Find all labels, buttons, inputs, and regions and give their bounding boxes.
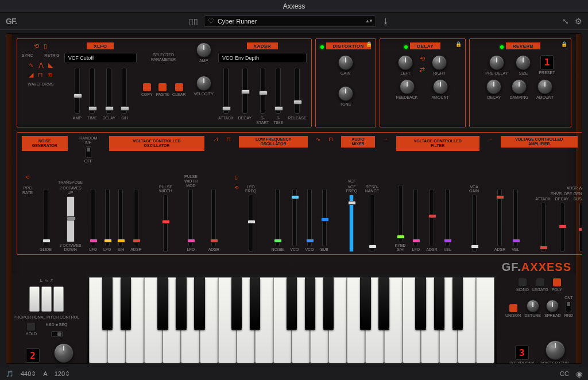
pwm-lfo-slider[interactable] [188, 189, 193, 246]
vcf-adsr-slider[interactable] [430, 189, 434, 246]
paste-button[interactable] [158, 83, 167, 91]
reverb-amount-knob[interactable] [537, 79, 552, 94]
black-key[interactable] [452, 277, 463, 329]
noise-wave-icon[interactable]: ≋ [48, 71, 53, 79]
xadsr-release-slider[interactable] [295, 68, 300, 114]
hold-button[interactable] [27, 323, 35, 331]
ppc-flat-button[interactable] [29, 286, 40, 312]
lfo-sync-icon[interactable]: ⟲ [234, 185, 239, 191]
black-key[interactable] [102, 277, 113, 329]
black-key[interactable] [415, 277, 425, 329]
midi-icon[interactable]: ◉ [576, 370, 582, 378]
reverb-damping-knob[interactable] [512, 79, 527, 94]
vcf-freq-slider[interactable] [349, 195, 354, 252]
prev-preset-icon[interactable]: ▯▯ [189, 17, 198, 26]
xlfo-sh-slider[interactable] [122, 68, 127, 114]
black-key[interactable] [360, 277, 370, 329]
poly-button[interactable] [553, 278, 561, 286]
vcf-lfo-slider[interactable] [413, 189, 418, 246]
tuning-fork-icon[interactable]: 🎵 [6, 370, 14, 378]
xadsr-amp-knob[interactable] [196, 42, 211, 57]
black-key[interactable] [194, 277, 204, 329]
vco-sh-slider[interactable] [118, 189, 123, 246]
preset-arrows-icon[interactable]: ▲▼ [365, 18, 372, 24]
glide-slider[interactable] [44, 189, 48, 246]
pwm-adsr-slider[interactable] [211, 189, 216, 246]
xlfo-amp-slider[interactable] [75, 68, 80, 114]
xadsr-display[interactable]: VCO Env Depth [218, 53, 307, 63]
black-key[interactable] [434, 277, 444, 329]
retrig-icon[interactable]: ▯ [44, 42, 47, 50]
xadsr-stime-slider[interactable] [276, 68, 281, 114]
xadsr-attack-slider[interactable] [223, 68, 229, 114]
tuning-value[interactable]: 440⇕ [21, 370, 36, 378]
black-key[interactable] [157, 277, 168, 329]
vco-adsr-slider[interactable] [134, 189, 138, 246]
clear-button[interactable] [175, 83, 183, 91]
vca-adsr-slider[interactable] [497, 189, 502, 246]
black-key[interactable] [250, 277, 260, 329]
ramp-wave-icon[interactable]: ◢ [29, 71, 33, 79]
preset-selector[interactable]: ♡ Cyber Runner ▲▼ [204, 15, 376, 27]
bend-range-display[interactable]: 2 [26, 348, 40, 363]
lock-icon[interactable]: 🔒 [366, 41, 372, 47]
midi-cc-label[interactable]: CC [560, 370, 569, 377]
delay-left-knob[interactable] [398, 55, 413, 70]
saw-wave-icon[interactable]: ◣ [48, 61, 53, 69]
collapse-icon[interactable]: ⤡ [562, 17, 569, 26]
vca-gain-slider[interactable] [472, 195, 477, 252]
reverb-predelay-knob[interactable] [489, 55, 504, 70]
reverb-preset-display[interactable]: 1 [540, 55, 554, 69]
spread-knob[interactable] [546, 300, 559, 312]
legato-button[interactable] [536, 278, 544, 286]
xadsr-vel-knob[interactable] [196, 76, 211, 91]
reverb-decay-knob[interactable] [486, 79, 501, 94]
xadsr-decay-slider[interactable] [242, 68, 247, 114]
square-icon[interactable]: ⊓ [226, 136, 231, 142]
lock-icon[interactable]: 🔒 [561, 41, 567, 47]
lfo-retrig-icon[interactable]: ▯ [235, 175, 238, 180]
delay-feedback-knob[interactable] [400, 79, 415, 94]
download-icon[interactable]: ⭳ [382, 17, 390, 26]
fine-tune-value[interactable]: 120⇕ [55, 370, 70, 378]
piano-keyboard[interactable] [89, 277, 494, 363]
adsr-attack-slider[interactable] [541, 203, 546, 252]
kbd-seq-switch[interactable] [51, 331, 63, 337]
cnt-rnd-switch[interactable] [566, 301, 571, 312]
vco-lfo2-slider[interactable] [105, 189, 110, 246]
vcf-kybd-slider[interactable] [398, 185, 403, 242]
xlfo-display[interactable]: VCF Cutoff [64, 53, 137, 63]
delay-right-knob[interactable] [432, 55, 447, 70]
mono-button[interactable] [519, 278, 527, 286]
white-key[interactable] [476, 277, 494, 363]
sine-wave-icon[interactable]: ∿ [29, 61, 34, 69]
black-key[interactable] [378, 277, 389, 329]
black-key[interactable] [287, 277, 297, 329]
settings-icon[interactable]: ⚙ [575, 17, 582, 26]
unison-button[interactable] [509, 304, 517, 312]
pw-slider[interactable] [163, 195, 168, 252]
copy-button[interactable] [143, 83, 151, 91]
link-icon[interactable]: ⇄ [420, 66, 425, 73]
sync-icon[interactable]: ⟲ [34, 42, 39, 50]
ppc-sync-icon[interactable]: ⟲ [25, 175, 30, 180]
black-key[interactable] [121, 277, 131, 329]
delay-amount-knob[interactable] [433, 79, 448, 94]
reverb-size-knob[interactable] [516, 55, 531, 70]
xadsr-sstart-slider[interactable] [260, 68, 265, 114]
mix-sub-slider[interactable] [322, 189, 327, 246]
favorite-icon[interactable]: ♡ [208, 17, 214, 25]
square-wave-icon[interactable]: ⊓ [38, 71, 43, 79]
adsr-decay-slider[interactable] [560, 203, 564, 252]
dist-tone-knob[interactable] [338, 86, 353, 101]
transpose-slider[interactable] [67, 196, 75, 242]
vintage-knob[interactable] [54, 343, 74, 363]
sync-icon[interactable]: ⟲ [420, 55, 425, 63]
lfo-freq-slider[interactable] [249, 195, 253, 252]
black-key[interactable] [305, 277, 315, 329]
mix-noise-slider[interactable] [275, 189, 280, 246]
saw-icon[interactable]: ⩘ [212, 136, 218, 142]
ppc-vibrato-button[interactable] [41, 286, 52, 312]
black-key[interactable] [323, 277, 334, 329]
vcf-vel-slider[interactable] [445, 189, 450, 246]
